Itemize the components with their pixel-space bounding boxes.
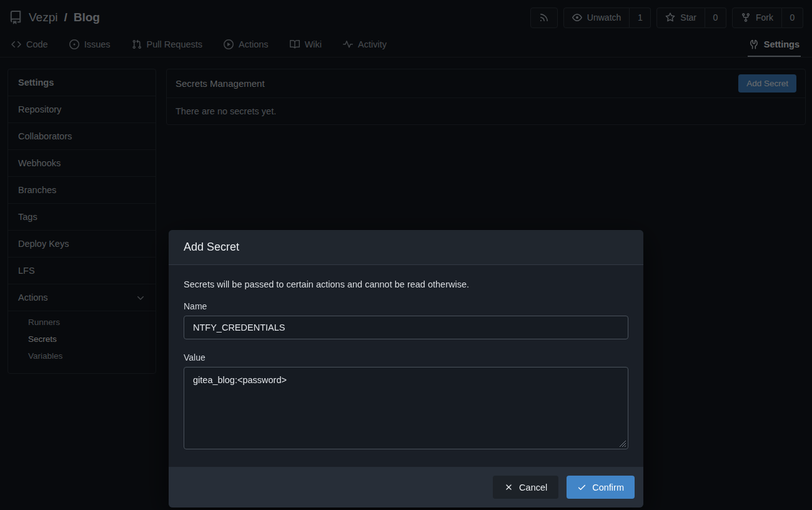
value-field-label: Value [184, 352, 628, 362]
confirm-button-label: Confirm [592, 482, 624, 492]
secret-name-input[interactable] [184, 316, 628, 339]
check-icon [577, 482, 587, 492]
name-field-label: Name [184, 301, 628, 311]
add-secret-modal: Add Secret Secrets will be passed to cer… [169, 230, 643, 508]
cancel-button[interactable]: Cancel [493, 476, 558, 499]
modal-footer: Cancel Confirm [169, 467, 643, 508]
modal-title: Add Secret [169, 230, 643, 265]
secret-value-textarea[interactable]: gitea_blog:<password> [184, 367, 628, 449]
confirm-button[interactable]: Confirm [567, 476, 635, 499]
textarea-resize-handle[interactable] [619, 440, 626, 448]
modal-description: Secrets will be passed to certain action… [184, 279, 628, 289]
x-icon [504, 482, 513, 492]
cancel-button-label: Cancel [519, 482, 547, 492]
modal-body: Secrets will be passed to certain action… [169, 265, 643, 467]
value-field-wrap: gitea_blog:<password> [184, 367, 628, 452]
